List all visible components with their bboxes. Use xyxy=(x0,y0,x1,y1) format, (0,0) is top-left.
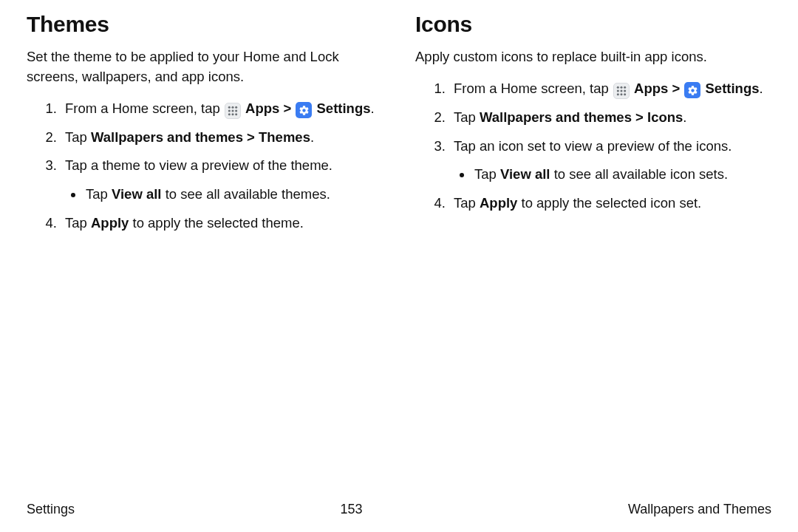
step-post: to apply the selected theme. xyxy=(129,215,304,231)
sub-bold: View all xyxy=(500,166,550,182)
step-4: Tap Apply to apply the selected icon set… xyxy=(449,194,771,214)
step-2: Tap Wallpapers and themes > Icons. xyxy=(449,108,771,128)
step-text: Tap xyxy=(65,129,91,145)
step-1: From a Home screen, tap Apps > Settings. xyxy=(449,79,771,99)
step-end: . xyxy=(760,81,763,96)
footer-left: Settings xyxy=(27,502,75,517)
svg-point-7 xyxy=(231,113,233,115)
steps-themes: From a Home screen, tap Apps > Settings.… xyxy=(27,99,383,233)
step-pre: Tap xyxy=(65,215,91,231)
page-footer: Settings 153 Wallpapers and Themes xyxy=(27,496,771,517)
substep: Tap View all to see all available themes… xyxy=(84,185,383,205)
steps-icons: From a Home screen, tap Apps > Settings.… xyxy=(415,79,771,214)
step-bold: Wallpapers and themes > Icons xyxy=(480,109,683,125)
apps-label: Apps xyxy=(634,81,668,96)
step-text: From a Home screen, tap xyxy=(65,100,224,116)
step-end: . xyxy=(310,129,314,145)
step-post: to apply the selected icon set. xyxy=(517,195,701,211)
footer-page-number: 153 xyxy=(340,502,362,517)
svg-point-1 xyxy=(231,106,233,108)
step-text: Tap xyxy=(454,109,480,125)
step-bold: Apply xyxy=(480,195,517,211)
step-4: Tap Apply to apply the selected theme. xyxy=(61,214,383,233)
step-2: Tap Wallpapers and themes > Themes. xyxy=(61,128,383,148)
left-column: Themes Set the theme to be applied to yo… xyxy=(27,12,383,496)
svg-point-11 xyxy=(624,86,626,89)
svg-point-6 xyxy=(228,113,231,115)
step-text: From a Home screen, tap xyxy=(454,81,613,96)
svg-point-14 xyxy=(624,89,626,92)
settings-label: Settings xyxy=(317,100,371,116)
heading-themes: Themes xyxy=(27,12,383,37)
intro-themes: Set the theme to be applied to your Home… xyxy=(27,47,383,87)
svg-point-16 xyxy=(620,93,622,95)
step-sep: > xyxy=(279,100,295,116)
svg-point-4 xyxy=(231,109,233,112)
apps-icon xyxy=(225,103,241,119)
svg-point-5 xyxy=(235,109,237,112)
svg-point-13 xyxy=(620,89,622,92)
apps-label: Apps xyxy=(245,100,279,116)
step-3: Tap a theme to view a preview of the the… xyxy=(61,156,383,205)
step-text: Tap an icon set to view a preview of the… xyxy=(454,138,732,154)
svg-point-2 xyxy=(235,106,237,108)
step-end: . xyxy=(683,109,686,125)
svg-point-17 xyxy=(624,93,626,95)
settings-label: Settings xyxy=(706,81,760,96)
step-sep: > xyxy=(668,81,683,96)
svg-point-9 xyxy=(617,86,619,89)
footer-right: Wallpapers and Themes xyxy=(628,502,771,517)
svg-point-0 xyxy=(228,106,231,108)
sub-pre: Tap xyxy=(86,186,112,202)
sub-post: to see all available icon sets. xyxy=(550,166,729,182)
step-1: From a Home screen, tap Apps > Settings. xyxy=(61,99,383,119)
substeps: Tap View all to see all available themes… xyxy=(65,185,383,205)
substep: Tap View all to see all available icon s… xyxy=(473,165,771,185)
sub-bold: View all xyxy=(112,186,162,202)
step-3: Tap an icon set to view a preview of the… xyxy=(449,137,771,185)
apps-icon xyxy=(613,83,630,99)
sub-pre: Tap xyxy=(474,166,500,182)
sub-post: to see all available themes. xyxy=(162,186,330,202)
step-bold: Wallpapers and themes > Themes xyxy=(91,129,310,145)
right-column: Icons Apply custom icons to replace buil… xyxy=(415,12,771,496)
page-content: Themes Set the theme to be applied to yo… xyxy=(27,12,771,496)
step-bold: Apply xyxy=(91,215,129,231)
step-pre: Tap xyxy=(454,195,480,211)
intro-icons: Apply custom icons to replace built-in a… xyxy=(415,47,771,67)
settings-icon xyxy=(296,102,312,118)
heading-icons: Icons xyxy=(415,12,771,37)
substeps: Tap View all to see all available icon s… xyxy=(454,165,771,185)
settings-icon xyxy=(684,82,700,98)
svg-point-8 xyxy=(235,113,237,115)
svg-point-10 xyxy=(620,86,622,89)
svg-point-12 xyxy=(617,89,619,92)
svg-point-3 xyxy=(228,109,231,112)
step-end: . xyxy=(371,100,375,116)
svg-point-15 xyxy=(617,93,619,95)
step-text: Tap a theme to view a preview of the the… xyxy=(65,157,332,173)
